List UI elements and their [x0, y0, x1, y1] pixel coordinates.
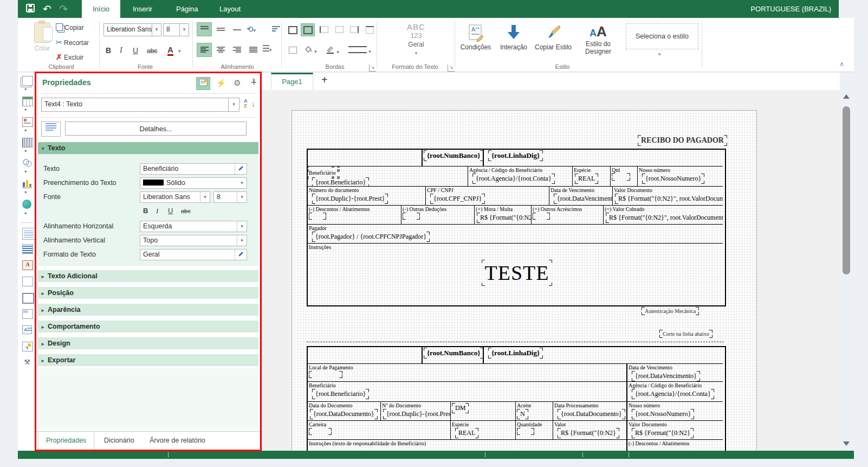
numbanco-value[interactable]: {root.NumBanco}: [424, 150, 483, 161]
mora-label[interactable]: (+) Mora / Multa: [476, 206, 530, 212]
pagador-value[interactable]: {root.Pagador} / {root.CPFCNPJPagador}: [312, 232, 430, 242]
numero-documento-label[interactable]: Número do documento: [309, 187, 424, 193]
borders-dialog-launcher[interactable]: ↘: [369, 65, 376, 72]
font-color-dropdown[interactable]: ▾: [178, 48, 181, 54]
add-page-button[interactable]: +: [321, 74, 328, 86]
deducoes-value[interactable]: [403, 213, 420, 220]
data-processamento-value[interactable]: {root.DataDocumento}: [558, 409, 625, 419]
delete-button[interactable]: ✗ Excluir: [56, 53, 83, 61]
valor-label[interactable]: Valor: [554, 421, 625, 427]
descontos-label[interactable]: (-) Descontos / Abatimentos: [309, 206, 400, 212]
especie-doc-value[interactable]: DM: [452, 403, 469, 413]
fonte-family-arrow[interactable]: ▾: [200, 192, 210, 202]
ribbon-tab-layout[interactable]: Layout: [209, 0, 251, 18]
fill-field-select[interactable]: Sólido ▾: [140, 177, 247, 189]
line-spacing-button[interactable]: ▾: [263, 45, 272, 53]
aceite-label[interactable]: Aceite: [517, 402, 552, 408]
especie-label2[interactable]: Espécie: [452, 421, 514, 427]
valign-arrow[interactable]: ▾: [237, 235, 247, 246]
table-icon[interactable]: [22, 97, 33, 106]
beneficiario-value2[interactable]: {root.Beneficiario}: [312, 389, 369, 399]
chart-flyout-arrow[interactable]: ▸: [25, 190, 27, 194]
cpf-cnpj-label[interactable]: CPF / CNPJ: [427, 187, 548, 193]
properties-mode-icon[interactable]: [196, 77, 210, 90]
valor-value[interactable]: R$ {Format("{0:N2}: [558, 428, 619, 438]
collapse-ribbon-icon[interactable]: ∧: [839, 60, 844, 68]
halign-arrow[interactable]: ▾: [237, 221, 247, 232]
panel-tab-dicionario[interactable]: Dicionário: [96, 432, 142, 449]
bands-flyout-arrow[interactable]: ▸: [25, 87, 27, 91]
border-left-button[interactable]: [317, 23, 331, 36]
panel-italic-button[interactable]: I: [156, 207, 158, 215]
quantidade-label[interactable]: Quantidade: [517, 421, 552, 427]
border-right-button[interactable]: [347, 23, 361, 36]
valign-select[interactable]: Topo ▾: [140, 235, 247, 246]
align-right-button[interactable]: [229, 43, 244, 57]
descontos-value[interactable]: [309, 213, 326, 220]
section-exportar[interactable]: ▸Exportar: [38, 354, 258, 366]
numbanco-value2[interactable]: {root.NumBanco}: [424, 348, 483, 359]
align-top-button[interactable]: [197, 22, 212, 36]
fonte-family-select[interactable]: Liberation Sans ▾: [140, 191, 210, 203]
cross-tab-flyout-arrow[interactable]: ▸: [25, 128, 27, 132]
element-selector-combo[interactable]: Text4 : Texto: [41, 98, 232, 112]
aceite-value[interactable]: N: [517, 409, 528, 419]
carteira-value[interactable]: [309, 428, 332, 435]
local-pagamento-value[interactable]: [309, 371, 342, 378]
italic-button[interactable]: I: [120, 46, 122, 55]
ribbon-tab-pagina[interactable]: Página: [165, 0, 209, 18]
especie-label[interactable]: Espécie: [574, 167, 609, 173]
text-format-button[interactable]: ABC 123 Geral ▾: [397, 22, 435, 56]
rotate-dropdown[interactable]: ▾: [254, 28, 256, 33]
ribbon-tab-inicio[interactable]: Início: [82, 0, 120, 18]
map-flyout-arrow[interactable]: ▸: [25, 211, 27, 215]
paste-button[interactable]: Colar: [24, 22, 60, 63]
scrollbar-thumb[interactable]: [843, 106, 850, 274]
valor-cobrado-label[interactable]: (=) Valor Cobrado: [605, 206, 722, 212]
map-icon[interactable]: [22, 200, 31, 209]
scroll-down-arrow[interactable]: [843, 442, 850, 446]
section-texto-adicional[interactable]: ▸Texto Adicional: [38, 270, 258, 282]
mora-value[interactable]: R$ {Format("{0:N2}: [477, 213, 531, 223]
pagador-label[interactable]: Pagador: [309, 225, 722, 231]
valor-cobrado-value[interactable]: R$ {Format("{0:N2}", root.ValorDocumento…: [606, 213, 723, 223]
texto-edit-button[interactable]: [235, 164, 247, 174]
border-inside-button[interactable]: [286, 44, 300, 57]
fill-dropdown-arrow[interactable]: ▾: [237, 178, 247, 188]
bank-logo-cell[interactable]: [308, 150, 422, 166]
bold-button[interactable]: B: [106, 46, 111, 55]
nosso-numero-value[interactable]: {root.NossoNumero}: [642, 174, 704, 184]
fonte-size-select[interactable]: 8 ▾: [213, 191, 247, 203]
underline-button[interactable]: U: [133, 46, 138, 55]
fonte-size-arrow[interactable]: ▾: [237, 192, 247, 202]
descontos-label2[interactable]: (-) Descontos / Abatimentos: [629, 440, 722, 446]
rotate-text-button[interactable]: ⟲▾: [247, 24, 256, 34]
copy-style-button[interactable]: Copiar Estilo: [532, 23, 575, 65]
rich-text-icon[interactable]: A: [22, 260, 33, 270]
conditions-button[interactable]: A Condições: [458, 23, 494, 65]
border-top-button[interactable]: [362, 23, 377, 36]
subreport-icon[interactable]: [22, 309, 33, 319]
carteira-label[interactable]: Carteira: [309, 421, 449, 427]
sort-arrow[interactable]: ↓: [251, 100, 255, 108]
align-left-button[interactable]: [197, 43, 212, 57]
shapes-icon[interactable]: [22, 158, 32, 167]
data-documento-value[interactable]: {root.DataDocumento}: [310, 409, 378, 419]
gear-icon[interactable]: ⚙: [231, 77, 244, 89]
deducoes-label[interactable]: (-) Outras Deduções: [403, 206, 473, 212]
panel-tab-propriedades[interactable]: Propriedades: [38, 432, 94, 449]
style-selector[interactable]: Seleciona o estilo: [626, 23, 698, 49]
text-format-dialog-launcher[interactable]: ↘: [448, 65, 455, 72]
strikethrough-button[interactable]: abc: [147, 47, 157, 55]
bands-icon[interactable]: [22, 76, 33, 86]
font-color-button[interactable]: A: [167, 45, 173, 56]
beneficiario-label[interactable]: Beneficiário: [309, 170, 335, 176]
font-family-combo[interactable]: Liberation Sans: [103, 23, 156, 36]
agencia-label2[interactable]: Agência / Código do Beneficiário: [629, 382, 722, 388]
designer-style-button[interactable]: AA Estilo do Designer: [577, 23, 619, 65]
details-button[interactable]: Detalhes...: [65, 121, 247, 136]
page-tab[interactable]: Page1: [271, 73, 313, 90]
font-size-dropdown[interactable]: ▾: [179, 23, 189, 36]
text-component-icon[interactable]: [22, 228, 35, 240]
vencimento-label[interactable]: Data de Vencimento: [550, 187, 611, 193]
